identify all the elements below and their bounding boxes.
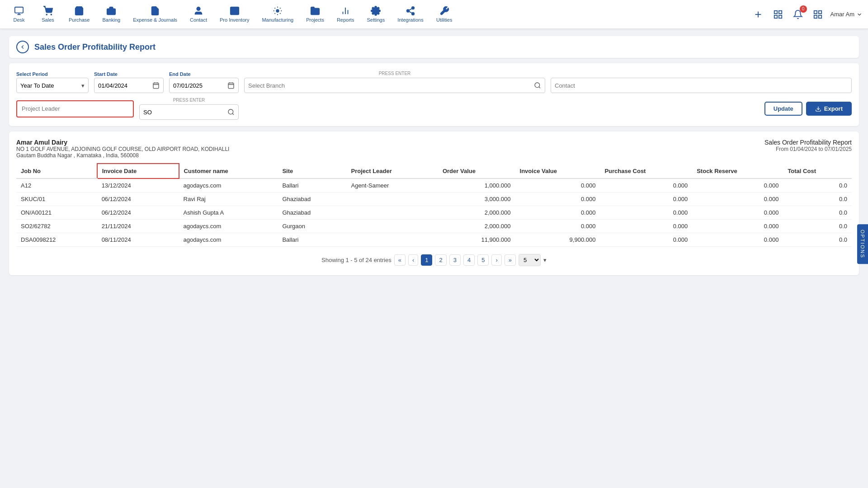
svg-point-9 — [197, 7, 200, 10]
showing-text: Showing 1 - 5 of 24 entries — [321, 257, 392, 263]
period-chevron-icon: ▾ — [78, 80, 88, 91]
nav-manufacturing[interactable]: Manufacturing — [256, 3, 299, 25]
end-date-input-wrap — [169, 78, 239, 93]
nav-projects[interactable]: Projects — [301, 3, 330, 25]
cell-customer: Ravi Raj — [179, 192, 278, 206]
cell-order-value: 11,900.000 — [438, 233, 515, 247]
last-page-button[interactable]: » — [505, 254, 516, 266]
switch-button[interactable] — [771, 7, 785, 22]
user-menu[interactable]: Amar Am — [830, 11, 863, 18]
report-title: Sales Order Profitability Report — [764, 139, 852, 146]
branch-search-icon[interactable] — [530, 80, 545, 91]
svg-point-42 — [535, 83, 540, 88]
start-date-label: Start Date — [94, 71, 164, 77]
cell-purchase-cost: 0.000 — [600, 206, 692, 220]
grid-button[interactable] — [811, 7, 825, 22]
cell-order-value: 2,000.000 — [438, 220, 515, 233]
nav-sales[interactable]: Sales — [34, 3, 61, 25]
project-leader-input[interactable] — [16, 100, 134, 117]
end-date-input[interactable] — [170, 80, 224, 91]
page-1-button[interactable]: 1 — [421, 254, 432, 266]
cell-job-no: DSA0098212 — [16, 233, 97, 247]
back-button[interactable] — [16, 41, 29, 53]
so-input-wrap — [139, 104, 239, 120]
svg-rect-28 — [778, 15, 781, 18]
notifications-button[interactable]: 0 — [791, 7, 805, 22]
update-button[interactable]: Update — [764, 102, 802, 116]
so-filter-group: PRESS ENTER — [139, 98, 239, 120]
cell-stock-reserve: 0.000 — [692, 178, 783, 192]
contact-filter-group — [551, 70, 852, 93]
page-2-button[interactable]: 2 — [435, 254, 446, 266]
nav-purchase[interactable]: Purchase — [63, 3, 95, 25]
nav-banking-label: Banking — [102, 17, 120, 23]
nav-integrations[interactable]: Integrations — [392, 3, 429, 25]
so-input[interactable] — [140, 107, 224, 117]
nav-desk-label: Desk — [13, 17, 24, 23]
period-select-wrap: Year To Date This Month Last Month Custo… — [16, 78, 89, 93]
nav-projects-label: Projects — [306, 17, 324, 23]
per-page-chevron-icon: ▾ — [543, 257, 547, 263]
nav-utilities-label: Utilities — [436, 17, 452, 23]
add-button[interactable] — [751, 7, 765, 22]
cell-order-value: 1,000.000 — [438, 178, 515, 192]
nav-banking[interactable]: Banking — [97, 3, 126, 25]
nav-utilities[interactable]: Utilities — [431, 3, 458, 25]
report-area: Amar Amul Dairy NO 1 GOLF AVENUE, ADJOIN… — [9, 131, 859, 275]
col-purchase-cost: Purchase Cost — [600, 164, 692, 178]
nav-settings[interactable]: Settings — [361, 3, 390, 25]
nav-pro-inventory-label: Pro Inventory — [220, 17, 249, 23]
filter-row-2: PRESS ENTER Update Export — [16, 98, 852, 120]
action-buttons: Update Export — [764, 102, 852, 116]
prev-page-button[interactable]: ‹ — [408, 254, 418, 266]
nav-reports[interactable]: Reports — [331, 3, 360, 25]
so-search-icon[interactable] — [224, 107, 238, 117]
branch-input[interactable] — [245, 80, 530, 91]
page-4-button[interactable]: 4 — [463, 254, 475, 266]
branch-filter-group: PRESS ENTER — [244, 71, 545, 93]
notification-badge: 0 — [800, 5, 807, 13]
page-3-button[interactable]: 3 — [449, 254, 461, 266]
page-5-button[interactable]: 5 — [477, 254, 489, 266]
cell-invoice-date: 13/12/2024 — [97, 178, 179, 192]
next-page-button[interactable]: › — [491, 254, 501, 266]
cell-order-value: 2,000.000 — [438, 206, 515, 220]
export-button[interactable]: Export — [806, 102, 852, 116]
nav-desk[interactable]: Desk — [5, 3, 33, 25]
col-total-cost: Total Cost — [783, 164, 852, 178]
period-select[interactable]: Year To Date This Month Last Month Custo… — [17, 80, 78, 91]
start-date-calendar-icon[interactable] — [149, 80, 163, 91]
nav-settings-label: Settings — [367, 17, 385, 23]
page-content: Sales Order Profitability Report Select … — [0, 29, 868, 282]
svg-rect-29 — [774, 15, 777, 18]
nav-contact-label: Contact — [190, 17, 207, 23]
top-nav: Desk Sales Purchase Banking Expense & Jo… — [0, 0, 868, 29]
end-date-calendar-icon[interactable] — [224, 80, 238, 91]
nav-expense[interactable]: Expense & Journals — [127, 3, 183, 25]
nav-sales-label: Sales — [42, 17, 54, 23]
title-bar: Sales Order Profitability Report — [9, 36, 859, 58]
table-row: DSA0098212 08/11/2024 agodaycs.com Balla… — [16, 233, 852, 247]
cell-invoice-value: 9,900.000 — [515, 233, 600, 247]
nav-contact[interactable]: Contact — [184, 3, 212, 25]
company-address-line1: NO 1 GOLF AVENUE, ADJOINING GOLF COURSE,… — [16, 146, 229, 152]
svg-rect-26 — [774, 10, 777, 13]
table-header-row: Job No Invoice Date Customer name Site P… — [16, 164, 852, 178]
nav-pro-inventory[interactable]: Pro Inventory — [214, 3, 255, 25]
cell-total-cost: 0.0 — [783, 206, 852, 220]
svg-line-43 — [539, 87, 540, 88]
cell-project-leader — [346, 233, 438, 247]
branch-input-wrap — [244, 78, 545, 93]
first-page-button[interactable]: « — [394, 254, 406, 266]
nav-expense-label: Expense & Journals — [133, 17, 177, 23]
per-page-select[interactable]: 5 10 25 50 — [519, 254, 541, 266]
cell-stock-reserve: 0.000 — [692, 206, 783, 220]
table-row: SO2/62782 21/11/2024 agodaycs.com Gurgao… — [16, 220, 852, 233]
contact-input[interactable] — [551, 80, 851, 91]
period-label: Select Period — [16, 71, 89, 77]
filter-bar: Select Period Year To Date This Month La… — [9, 63, 859, 126]
options-tab[interactable]: OPTIONS — [857, 224, 868, 264]
nav-integrations-label: Integrations — [397, 17, 423, 23]
start-date-input[interactable] — [94, 80, 149, 91]
table-row: ON/A00121 06/12/2024 Ashish Gupta A Ghaz… — [16, 206, 852, 220]
